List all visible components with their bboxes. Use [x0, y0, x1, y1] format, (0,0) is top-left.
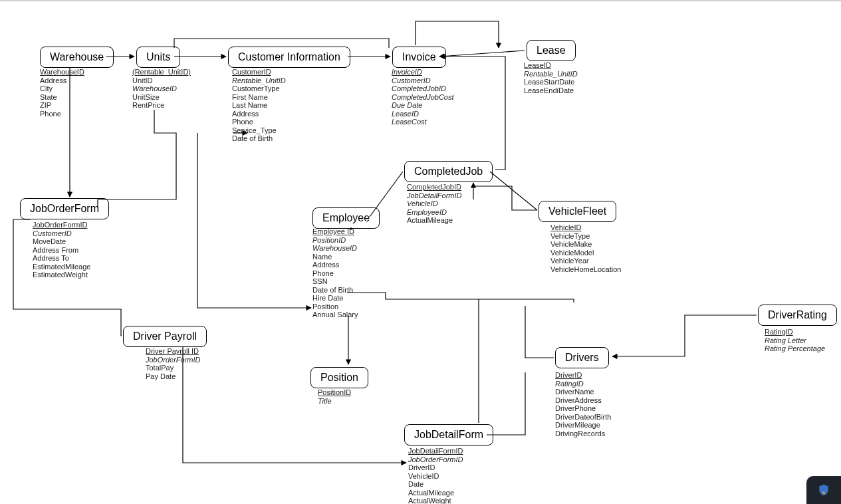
- attribute: ZIP: [40, 101, 84, 110]
- attribute: Phone: [40, 110, 84, 118]
- entity-invoice[interactable]: Invoice: [392, 47, 446, 68]
- entity-title: Warehouse: [50, 51, 104, 63]
- attribute: SSN: [312, 277, 358, 286]
- attribute: PositionID: [318, 388, 351, 397]
- attribute: JobOrderFormID: [33, 221, 90, 229]
- attribute: Rentable_UnitID: [524, 70, 578, 78]
- attrs-completedjob: CompletedJobIDJobDetailFormIDVehicleIDEm…: [407, 183, 462, 225]
- attribute: Title: [318, 397, 351, 406]
- attribute: JobDetailFormID: [408, 447, 463, 455]
- svg-line-3: [439, 51, 525, 57]
- attribute: CompletedJobID: [392, 84, 454, 93]
- attribute: Annual Salary: [312, 311, 358, 319]
- entity-employee[interactable]: Employee: [312, 207, 380, 229]
- attribute: Last Name: [232, 101, 286, 110]
- attribute: CustomerID: [232, 68, 286, 76]
- attribute: Phone: [232, 118, 286, 126]
- attribute: Address From: [33, 246, 90, 255]
- attribute: InvoiceID: [392, 68, 454, 76]
- entity-title: DriverRating: [768, 309, 827, 320]
- attribute: DrivingRecords: [555, 430, 611, 438]
- entity-title: VehicleFleet: [548, 205, 606, 217]
- corner-badge[interactable]: [806, 476, 841, 504]
- attribute: CustomerType: [232, 84, 286, 93]
- attrs-joborder: JobOrderFormIDCustomerIDMoveDateAddress …: [33, 221, 90, 279]
- entity-drivers[interactable]: Drivers: [555, 347, 609, 368]
- attrs-drivers: DriverIDRatingIDDriverNameDriverAddressD…: [555, 371, 611, 438]
- entity-title: Drivers: [565, 352, 599, 363]
- entity-completedjob[interactable]: CompletedJob: [404, 161, 493, 182]
- attribute: Address: [232, 110, 286, 118]
- attribute: WarehouseID: [132, 84, 191, 93]
- attribute: ActualMileage: [407, 216, 462, 225]
- entity-title: CompletedJob: [414, 166, 483, 177]
- attrs-jobdetailform: JobDetailFormIDJobOrderFormIDDriverIDVeh…: [408, 447, 463, 504]
- attrs-lease: LeaseIDRentable_UnitIDLeaseStartDateLeas…: [524, 61, 578, 94]
- attribute: EstimatedMileage: [33, 263, 90, 271]
- attribute: Pay Date: [146, 372, 201, 381]
- attribute: ActualMileage: [408, 489, 463, 497]
- attribute: RatingID: [765, 328, 825, 336]
- attrs-warehouse: WarehouseIDAddressCityStateZIPPhone: [40, 68, 84, 118]
- attribute: LeaseID: [392, 110, 454, 118]
- attrs-custinfo: CustomerIDRentable_UnitIDCustomerTypeFir…: [232, 68, 286, 143]
- entity-lease[interactable]: Lease: [527, 40, 576, 61]
- attribute: Name: [312, 253, 358, 261]
- attribute: Address To: [33, 254, 90, 263]
- entity-title: Position: [320, 372, 358, 383]
- shield-warning-icon: [817, 483, 830, 497]
- attribute: CustomerID: [392, 76, 454, 85]
- attribute: Employee ID: [312, 227, 358, 236]
- entity-jobdetailform[interactable]: JobDetailForm: [404, 424, 493, 445]
- attribute: LeaseStartDate: [524, 78, 578, 86]
- attribute: Hire Date: [312, 294, 358, 303]
- attribute: PositionID: [312, 236, 358, 245]
- attribute: UnitID: [132, 76, 191, 85]
- attribute: JobOrderFormID: [408, 455, 463, 464]
- attribute: UnitSize: [132, 93, 191, 102]
- attribute: Address: [40, 76, 84, 85]
- attribute: DriverAddress: [555, 396, 611, 405]
- attribute: ActualWeight: [408, 497, 463, 504]
- attribute: CompletedJobID: [407, 183, 462, 191]
- attribute: EmployeeID: [407, 208, 462, 217]
- attribute: VehicleModel: [550, 249, 621, 257]
- entity-vehiclefleet[interactable]: VehicleFleet: [539, 201, 616, 222]
- attribute: TotalPay: [146, 364, 201, 372]
- attribute: VehicleID: [408, 472, 463, 481]
- attribute: DriverPhone: [555, 404, 611, 413]
- attrs-driverpayroll: Driver Payroll IDJobOrderFormIDTotalPayP…: [146, 347, 201, 380]
- attribute: EstimatedWeight: [33, 271, 90, 279]
- attribute: Rating Letter: [765, 336, 825, 345]
- entity-units[interactable]: Units: [136, 47, 180, 68]
- attribute: VehicleType: [550, 232, 621, 241]
- attribute: LeaseCost: [392, 118, 454, 126]
- attribute: DriverID: [408, 463, 463, 472]
- attribute: Phone: [312, 269, 358, 278]
- attribute: WarehouseID: [40, 68, 84, 76]
- entity-joborder[interactable]: JobOrderForm: [20, 198, 109, 219]
- attribute: MoveDate: [33, 237, 90, 246]
- attribute: First Name: [232, 93, 286, 102]
- entity-driverpayroll[interactable]: Driver Payroll: [123, 326, 207, 347]
- svg-point-7: [823, 493, 824, 493]
- entity-title: Lease: [537, 45, 566, 56]
- attribute: (Rentable_UnitID): [132, 68, 191, 76]
- entity-position[interactable]: Position: [310, 367, 368, 388]
- attribute: LeaseEndiDate: [524, 86, 578, 95]
- attribute: Driver Payroll ID: [146, 347, 201, 356]
- attribute: LeaseID: [524, 61, 578, 70]
- entity-title: Customer Information: [238, 51, 340, 63]
- attribute: WarehouseID: [312, 244, 358, 253]
- attrs-invoice: InvoiceIDCustomerIDCompletedJobIDComplet…: [392, 68, 454, 126]
- attrs-position: PositionIDTitle: [318, 388, 351, 405]
- entity-custinfo[interactable]: Customer Information: [228, 47, 350, 68]
- entity-warehouse[interactable]: Warehouse: [40, 47, 114, 68]
- attrs-driverrating: RatingIDRating LetterRating Percentage: [765, 328, 825, 353]
- diagram-canvas[interactable]: Warehouse Units Customer Information Inv…: [0, 0, 841, 504]
- attribute: Service_Type: [232, 126, 286, 135]
- entity-title: JobDetailForm: [414, 429, 483, 440]
- attribute: Address: [312, 261, 358, 269]
- entity-driverrating[interactable]: DriverRating: [758, 305, 837, 326]
- attribute: JobDetailFormID: [407, 191, 462, 200]
